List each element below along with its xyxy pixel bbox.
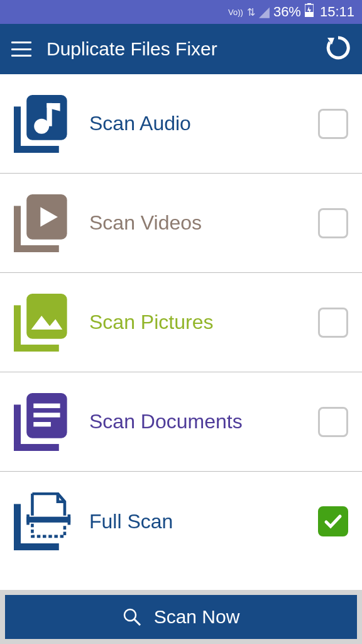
svg-rect-4 (14, 145, 59, 152)
svg-line-26 (134, 619, 140, 625)
svg-rect-24 (68, 514, 71, 525)
search-icon (123, 608, 141, 626)
svg-rect-3 (14, 106, 21, 153)
fullscan-label: Full Scan (89, 510, 300, 533)
menu-button[interactable] (11, 42, 31, 57)
refresh-button[interactable] (326, 35, 351, 63)
audio-label: Scan Audio (89, 112, 300, 135)
picture-label: Scan Pictures (89, 311, 300, 334)
battery-percent: 36% (273, 4, 301, 20)
status-bar: Vo)) ⇅ ◢ 36% 15:11 (0, 0, 362, 24)
scan-options-list: Scan Audio Scan Videos Scan Pictures (0, 74, 362, 590)
volte-icon: Vo)) (228, 8, 243, 17)
wifi-icon: ⇅ (247, 6, 255, 18)
list-item-videos[interactable]: Scan Videos (0, 174, 362, 273)
audio-checkbox[interactable] (318, 109, 348, 139)
list-item-audio[interactable]: Scan Audio (0, 74, 362, 174)
scan-button-label: Scan Now (154, 606, 240, 628)
audio-icon (14, 95, 72, 153)
cell-signal-icon: ◢ (259, 4, 270, 20)
svg-rect-1 (307, 3, 311, 4)
footer: Scan Now (0, 590, 362, 644)
document-icon (14, 393, 72, 451)
svg-point-25 (124, 609, 136, 621)
svg-rect-17 (33, 403, 60, 408)
document-label: Scan Documents (89, 410, 300, 433)
picture-icon (14, 294, 72, 352)
list-item-fullscan[interactable]: Full Scan (0, 472, 362, 571)
time: 15:11 (320, 4, 354, 20)
svg-rect-8 (14, 206, 21, 252)
video-label: Scan Videos (89, 211, 300, 235)
svg-rect-13 (26, 294, 67, 339)
battery-icon (305, 3, 314, 21)
fullscan-icon (14, 492, 72, 550)
video-checkbox[interactable] (318, 208, 348, 238)
fullscan-checkbox[interactable] (318, 506, 348, 536)
list-item-pictures[interactable]: Scan Pictures (0, 273, 362, 372)
check-icon (323, 511, 343, 531)
svg-rect-22 (26, 517, 70, 523)
svg-rect-19 (33, 422, 51, 426)
svg-rect-21 (14, 543, 59, 550)
svg-rect-9 (14, 245, 59, 252)
list-item-documents[interactable]: Scan Documents (0, 372, 362, 472)
svg-rect-23 (26, 514, 30, 525)
app-header: Duplicate Files Fixer (0, 24, 362, 74)
svg-rect-12 (14, 344, 59, 351)
video-icon (14, 194, 72, 252)
refresh-icon (326, 35, 351, 60)
app-title: Duplicate Files Fixer (47, 38, 310, 60)
scan-now-button[interactable]: Scan Now (5, 595, 357, 639)
picture-checkbox[interactable] (318, 308, 348, 338)
document-checkbox[interactable] (318, 407, 348, 437)
svg-rect-15 (14, 443, 59, 450)
svg-rect-18 (33, 413, 60, 417)
